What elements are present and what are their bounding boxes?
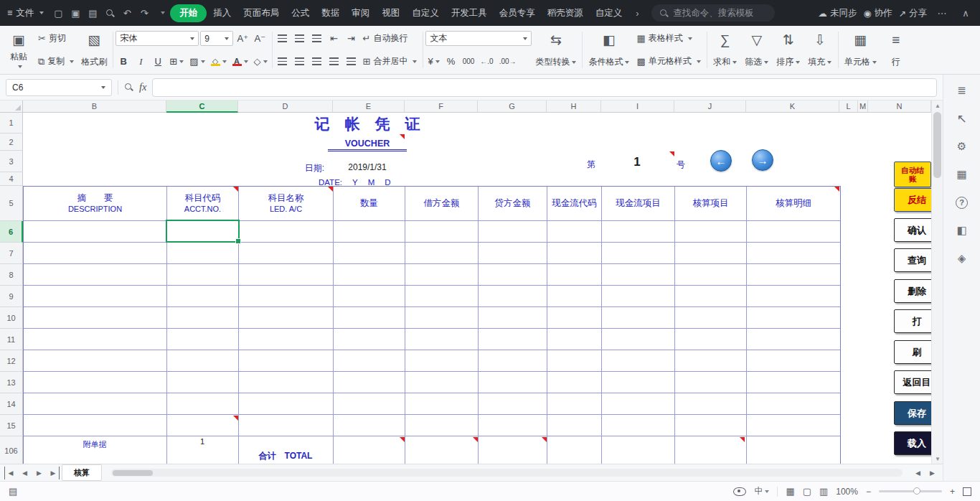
voucher-cell[interactable] xyxy=(602,393,675,415)
voucher-header-cashflow-item[interactable]: 现金流项目 xyxy=(602,187,675,221)
row-header-4[interactable]: 4 xyxy=(0,172,23,186)
voucher-cell[interactable] xyxy=(602,329,675,350)
tab-formulas[interactable]: 公式 xyxy=(286,4,315,23)
settings-icon[interactable]: ⚙ xyxy=(953,138,971,155)
voucher-cell[interactable] xyxy=(167,415,239,436)
voucher-cell[interactable] xyxy=(334,221,405,243)
voucher-cell[interactable] xyxy=(479,372,547,393)
help-icon[interactable]: ? xyxy=(953,194,971,211)
format-painter-button[interactable]: ▧格式刷 xyxy=(77,29,110,71)
voucher-cell[interactable] xyxy=(24,393,167,415)
last-sheet-icon[interactable]: ▶ xyxy=(47,467,60,479)
voucher-cell[interactable] xyxy=(747,372,840,393)
voucher-cell[interactable] xyxy=(167,264,239,286)
voucher-cell[interactable] xyxy=(547,372,602,393)
voucher-cell[interactable] xyxy=(239,372,334,393)
voucher-cell[interactable] xyxy=(547,415,602,436)
voucher-cell[interactable] xyxy=(167,329,239,350)
tab-page-layout[interactable]: 页面布局 xyxy=(237,4,285,23)
voucher-cell[interactable] xyxy=(405,436,479,464)
row-header-7[interactable]: 7 xyxy=(0,243,23,264)
shading-button[interactable]: ▨ xyxy=(187,54,207,69)
row-header-5[interactable]: 5 xyxy=(0,186,23,221)
voucher-header-cashflow-code[interactable]: 现金流代码 xyxy=(547,187,602,221)
selected-cell-C6[interactable] xyxy=(166,220,240,243)
macro-button-10[interactable]: 载入 xyxy=(894,431,931,455)
voucher-cell[interactable] xyxy=(747,286,840,307)
task-pane-icon[interactable]: ≣ xyxy=(953,82,971,99)
voucher-cell[interactable] xyxy=(547,350,602,372)
voucher-cell[interactable] xyxy=(602,243,675,264)
quickbar-more-icon[interactable] xyxy=(153,5,170,21)
voucher-cell[interactable] xyxy=(547,243,602,264)
wrap-text-button[interactable]: ↵自动换行 xyxy=(359,31,421,46)
voucher-cell[interactable] xyxy=(334,286,405,307)
cut-button[interactable]: ✂剪切 xyxy=(34,31,77,46)
page-break-view-icon[interactable]: ▥ xyxy=(819,486,828,497)
column-header-K[interactable]: K xyxy=(746,100,839,113)
align-right-icon[interactable] xyxy=(309,54,325,69)
voucher-cell[interactable] xyxy=(479,264,547,286)
voucher-cell[interactable] xyxy=(334,307,405,329)
voucher-cell[interactable] xyxy=(167,286,239,307)
paste-button[interactable]: ▣粘贴 xyxy=(3,29,34,71)
voucher-cell[interactable] xyxy=(479,350,547,372)
voucher-cell[interactable] xyxy=(675,264,747,286)
align-middle-icon[interactable] xyxy=(292,31,308,46)
row-header-1[interactable]: 1 xyxy=(0,113,23,134)
align-left-icon[interactable] xyxy=(275,54,291,69)
grid-canvas[interactable]: 记 帐 凭 证 VOUCHER 日期: 2019/1/31 DATE: Y M … xyxy=(23,113,931,464)
tab-custom-1[interactable]: 自定义 xyxy=(406,4,445,23)
voucher-cell[interactable] xyxy=(405,286,479,307)
font-name-select[interactable]: 宋体 xyxy=(116,31,199,46)
tabs-overflow-icon[interactable]: › xyxy=(628,5,646,21)
column-header-L[interactable]: L xyxy=(839,100,858,113)
voucher-cell[interactable] xyxy=(675,436,747,464)
voucher-cell[interactable] xyxy=(547,307,602,329)
voucher-header-acct-no[interactable]: 科目代码ACCT.NO. xyxy=(167,187,239,221)
voucher-cell[interactable] xyxy=(675,372,747,393)
pointer-icon[interactable]: ↖ xyxy=(953,110,971,127)
column-header-C[interactable]: C xyxy=(166,100,238,113)
save-icon[interactable]: ▣ xyxy=(67,5,84,21)
voucher-cell[interactable] xyxy=(239,286,334,307)
voucher-cell[interactable] xyxy=(239,393,334,415)
column-header-J[interactable]: J xyxy=(674,100,746,113)
voucher-cell[interactable] xyxy=(24,350,167,372)
voucher-cell[interactable] xyxy=(747,264,840,286)
voucher-cell[interactable] xyxy=(675,243,747,264)
cells-button[interactable]: ▦单元格 xyxy=(841,29,880,71)
first-sheet-icon[interactable]: ◀ xyxy=(4,467,17,479)
voucher-cell[interactable] xyxy=(239,329,334,350)
align-center-icon[interactable] xyxy=(292,54,308,69)
macro-button-2[interactable]: 反结 xyxy=(894,188,931,212)
clear-format-button[interactable]: ◇ xyxy=(252,54,270,69)
underline-button[interactable]: U xyxy=(150,54,166,69)
voucher-cell[interactable] xyxy=(747,307,840,329)
vertical-scrollbar[interactable]: ▲ ▼ xyxy=(931,100,943,464)
share-button[interactable]: ↗分享 xyxy=(899,7,927,19)
voucher-cell[interactable] xyxy=(334,372,405,393)
voucher-header-credit[interactable]: 贷方金额 xyxy=(479,187,547,221)
tab-view[interactable]: 视图 xyxy=(376,4,405,23)
voucher-cell[interactable] xyxy=(405,393,479,415)
voucher-cell[interactable] xyxy=(747,415,840,436)
next-voucher-button[interactable]: → xyxy=(752,149,773,171)
cell-style-button[interactable]: ▩单元格样式 xyxy=(633,54,704,69)
voucher-cell[interactable] xyxy=(239,350,334,372)
column-header-H[interactable]: H xyxy=(547,100,601,113)
org-chart-icon[interactable]: ▦ xyxy=(953,166,971,183)
file-menu[interactable]: ≡ 文件 xyxy=(6,7,50,19)
zoom-level[interactable]: 100% xyxy=(836,487,858,497)
sort-button[interactable]: ⇅排序 xyxy=(773,29,804,71)
fullscreen-icon[interactable] xyxy=(963,487,971,496)
tab-developer[interactable]: 开发工具 xyxy=(446,4,493,23)
command-search[interactable]: 查找命令、搜索模板 xyxy=(651,4,775,22)
voucher-cell[interactable] xyxy=(24,307,167,329)
voucher-cell[interactable] xyxy=(405,350,479,372)
macro-button-5[interactable]: 删除 xyxy=(894,279,931,303)
borders-button[interactable]: ⊞ xyxy=(167,54,186,69)
voucher-header-led-ac[interactable]: 科目名称LED. A/C xyxy=(239,187,334,221)
voucher-cell[interactable] xyxy=(747,350,840,372)
zoom-slider-thumb[interactable] xyxy=(913,487,920,495)
